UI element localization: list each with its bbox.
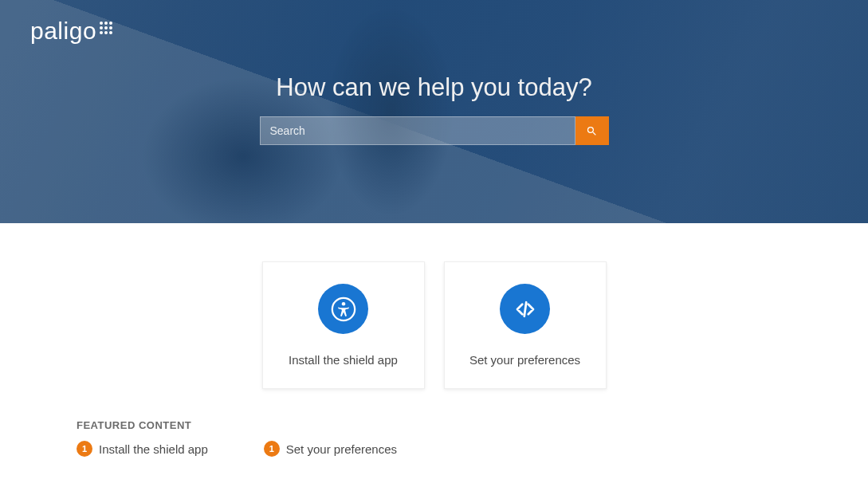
hero-title: How can we help you today?	[0, 73, 868, 102]
code-icon	[500, 284, 550, 334]
featured-badge: 1	[264, 441, 280, 457]
card-set-preferences[interactable]: Set your preferences	[444, 261, 607, 389]
search-icon	[586, 125, 598, 137]
hero-bg	[0, 0, 868, 223]
brand-dots-icon	[100, 22, 112, 34]
brand-logo[interactable]: paligo	[30, 18, 112, 45]
featured-heading: FEATURED CONTENT	[77, 419, 791, 431]
svg-point-1	[341, 301, 345, 305]
featured-section: FEATURED CONTENT 1 Install the shield ap…	[0, 419, 868, 457]
featured-item-set-preferences[interactable]: 1 Set your preferences	[264, 441, 397, 457]
search-button[interactable]	[575, 116, 609, 145]
cards-row: Install the shield app Set your preferen…	[0, 261, 868, 389]
card-install-shield[interactable]: Install the shield app	[262, 261, 425, 389]
featured-label: Install the shield app	[99, 442, 208, 456]
hero-banner: paligo How can we help you today?	[0, 0, 868, 223]
card-label: Set your preferences	[469, 353, 580, 367]
card-label: Install the shield app	[289, 353, 398, 367]
brand-name: paligo	[30, 18, 96, 45]
accessibility-icon	[318, 284, 368, 334]
search-bar	[260, 116, 609, 145]
search-input[interactable]	[260, 116, 575, 145]
featured-label: Set your preferences	[286, 442, 397, 456]
featured-row: 1 Install the shield app 1 Set your pref…	[77, 441, 791, 457]
featured-item-install-shield[interactable]: 1 Install the shield app	[77, 441, 208, 457]
featured-badge: 1	[77, 441, 92, 457]
